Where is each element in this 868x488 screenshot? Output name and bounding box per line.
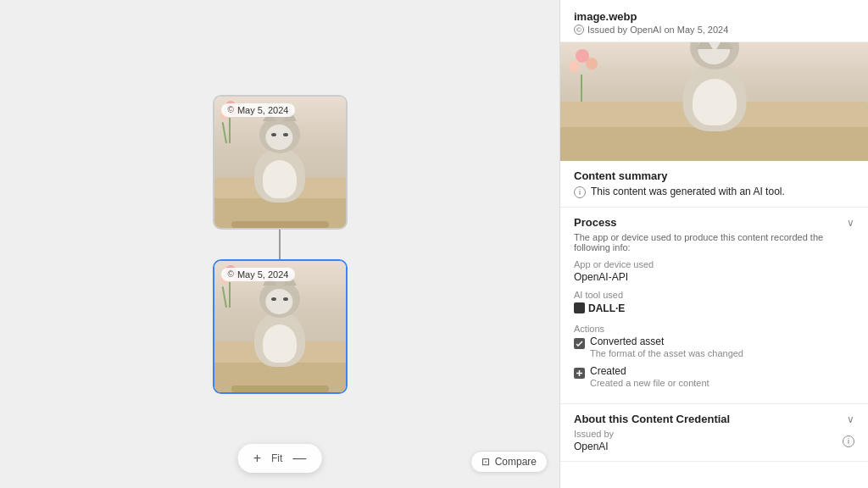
compare-label: Compare [495, 456, 537, 468]
date-badge-bottom: © May 5, 2024 [221, 268, 296, 281]
content-summary-row: i This content was generated with an AI … [574, 186, 854, 198]
about-chevron[interactable]: ∨ [847, 413, 854, 425]
process-chevron[interactable]: ∨ [847, 217, 854, 229]
fit-label: Fit [271, 452, 282, 464]
created-text: Created Created a new file or content [590, 365, 709, 388]
dalle-icon-box [574, 302, 585, 313]
issued-text: Issued by OpenAI on May 5, 2024 [587, 25, 728, 35]
panel-image [560, 42, 868, 161]
created-action: Created Created a new file or content [574, 365, 854, 388]
zoom-in-button[interactable]: + [250, 449, 264, 468]
content-summary-title: Content summary [574, 169, 854, 182]
date-label-bottom: May 5, 2024 [237, 269, 289, 280]
about-title: About this Content Credential [574, 413, 730, 425]
content-summary-icon: i [574, 186, 586, 198]
app-device-label: App or device used [574, 259, 854, 269]
connector-line [279, 230, 281, 259]
dalle-label: DALL·E [588, 302, 625, 314]
process-section: Process ∨ The app or device used to prod… [560, 208, 868, 404]
app-device-row: App or device used OpenAI-API [574, 259, 854, 283]
zoom-out-button[interactable]: — [289, 449, 309, 468]
about-section-header: About this Content Credential ∨ [574, 413, 854, 425]
ai-tool-label: AI tool used [574, 290, 854, 300]
issued-by-row: Issued by OpenAI i [574, 429, 854, 452]
content-summary-section: Content summary i This content was gener… [560, 161, 868, 208]
process-section-header: Process ∨ [574, 216, 854, 229]
about-section: About this Content Credential ∨ Issued b… [560, 404, 868, 462]
cr-icon-bottom: © [228, 269, 234, 279]
date-badge-top: © May 5, 2024 [221, 103, 296, 117]
compare-icon: ⊡ [481, 456, 490, 468]
about-info-icon[interactable]: i [843, 435, 854, 447]
created-desc: Created a new file or content [590, 378, 709, 388]
converted-asset-desc: The format of the asset was changed [590, 348, 743, 358]
image-node-top[interactable]: © May 5, 2024 [213, 95, 348, 230]
right-panel: image.webp © Issued by OpenAI on May 5, … [559, 0, 868, 488]
canvas-toolbar: + Fit — [238, 444, 322, 473]
cr-icon-top: © [228, 105, 234, 114]
image-node-bottom[interactable]: © May 5, 2024 [213, 259, 348, 394]
panel-issued: © Issued by OpenAI on May 5, 2024 [574, 25, 854, 35]
issued-by-value: OpenAI [574, 441, 614, 452]
converted-icon [574, 338, 585, 349]
issued-by-label: Issued by [574, 429, 614, 439]
converted-asset-text: Converted asset The format of the asset … [590, 336, 743, 358]
canvas-area: © May 5, 2024 [0, 0, 559, 488]
issued-by-group: Issued by OpenAI [574, 429, 614, 452]
compare-button[interactable]: ⊡ Compare [470, 451, 548, 473]
actions-label: Actions [574, 324, 854, 334]
app-device-value: OpenAI-API [574, 271, 854, 283]
issued-icon: © [574, 25, 584, 35]
nodes-container: © May 5, 2024 [213, 95, 348, 394]
actions-row: Actions Converted asset The format of th… [574, 324, 854, 388]
content-summary-description: This content was generated with an AI to… [591, 186, 785, 197]
converted-asset-title: Converted asset [590, 336, 743, 347]
process-title: Process [574, 216, 617, 229]
date-label-top: May 5, 2024 [237, 105, 289, 115]
dalle-badge: DALL·E [574, 302, 625, 314]
panel-filename: image.webp [574, 10, 854, 23]
process-subtitle: The app or device used to produce this c… [574, 232, 854, 252]
created-title: Created [590, 365, 709, 377]
converted-asset-action: Converted asset The format of the asset … [574, 336, 854, 358]
created-icon [574, 368, 585, 379]
ai-tool-row: AI tool used DALL·E [574, 290, 854, 317]
panel-header: image.webp © Issued by OpenAI on May 5, … [560, 0, 868, 42]
